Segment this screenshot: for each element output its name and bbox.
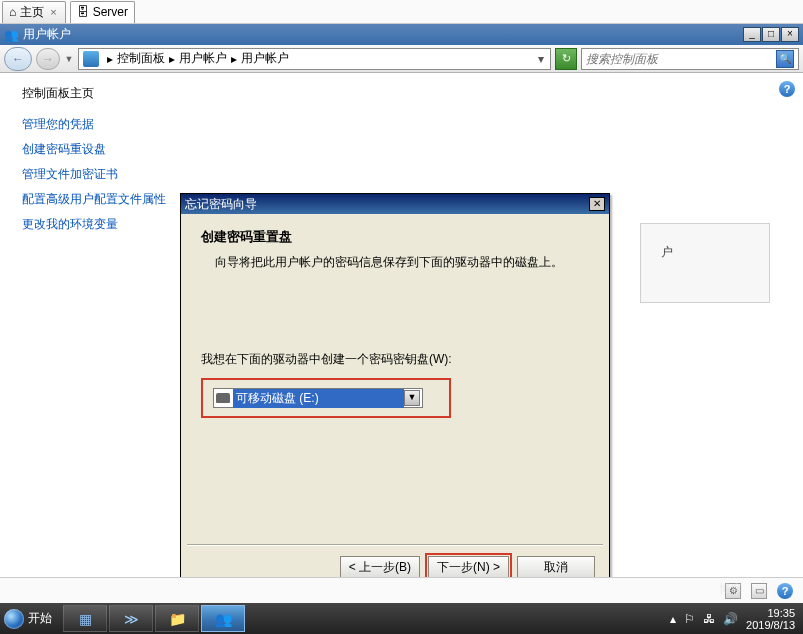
control-panel-icon xyxy=(83,51,99,67)
forgot-password-wizard: 忘记密码向导 ✕ 创建密码重置盘 向导将把此用户帐户的密码信息保存到下面的驱动器… xyxy=(180,193,610,593)
breadcrumb-user-accounts[interactable]: 用户帐户 xyxy=(241,50,289,67)
tray-volume-icon[interactable]: 🔊 xyxy=(723,612,738,626)
drive-combobox[interactable]: 可移动磁盘 (E:) ▼ xyxy=(213,388,423,408)
refresh-icon: ↻ xyxy=(562,52,571,65)
background-text-fragment: 户 xyxy=(641,224,769,281)
drive-combobox-value: 可移动磁盘 (E:) xyxy=(233,389,404,408)
help-icon[interactable]: ? xyxy=(779,81,795,97)
wizard-title-bar[interactable]: 忘记密码向导 ✕ xyxy=(181,194,609,214)
watermark-text: 博客 xyxy=(719,581,743,598)
server-icon: 🗄 xyxy=(77,5,89,19)
home-icon: ⌂ xyxy=(9,5,16,19)
search-button[interactable]: 🔍 xyxy=(776,50,794,68)
status-help-icon[interactable]: ? xyxy=(777,583,793,599)
bottom-status-bar: ⚙ ▭ ? xyxy=(0,577,803,603)
nav-history-dropdown[interactable]: ▼ xyxy=(64,48,74,70)
taskbar-item-server-manager[interactable]: ▦ xyxy=(63,605,107,632)
next-button[interactable]: 下一步(N) > xyxy=(428,556,509,578)
cancel-button[interactable]: 取消 xyxy=(517,556,595,578)
taskbar-item-powershell[interactable]: ≫ xyxy=(109,605,153,632)
wizard-heading: 创建密码重置盘 xyxy=(201,228,589,246)
server-manager-icon: ▦ xyxy=(79,611,92,627)
search-icon: 🔍 xyxy=(779,53,791,64)
tray-time: 19:35 xyxy=(746,607,795,619)
windows-logo-icon xyxy=(4,609,24,629)
tray-clock[interactable]: 19:35 2019/8/13 xyxy=(746,607,795,631)
close-icon: ✕ xyxy=(593,198,601,209)
nav-forward-button[interactable]: → xyxy=(36,48,60,70)
tray-show-hidden-icon[interactable]: ▴ xyxy=(670,612,676,626)
breadcrumb-control-panel[interactable]: 控制面板 xyxy=(117,50,165,67)
breadcrumb-separator: ▸ xyxy=(227,52,241,66)
sidebar-link-env-vars[interactable]: 更改我的环境变量 xyxy=(22,216,172,233)
sidebar-link-credentials[interactable]: 管理您的凭据 xyxy=(22,116,172,133)
tray-date: 2019/8/13 xyxy=(746,619,795,631)
breadcrumb-separator: ▸ xyxy=(103,52,117,66)
tray-flag-icon[interactable]: ⚐ xyxy=(684,612,695,626)
sidebar: 控制面板主页 管理您的凭据 创建密码重设盘 管理文件加密证书 配置高级用户配置文… xyxy=(22,85,172,241)
wizard-close-button[interactable]: ✕ xyxy=(589,197,605,211)
sidebar-link-password-disk[interactable]: 创建密码重设盘 xyxy=(22,141,172,158)
wizard-description: 向导将把此用户帐户的密码信息保存到下面的驱动器中的磁盘上。 xyxy=(215,254,589,271)
system-tray: ▴ ⚐ 🖧 🔊 19:35 2019/8/13 xyxy=(662,607,803,631)
status-monitor-icon[interactable]: ▭ xyxy=(751,583,767,599)
powershell-icon: ≫ xyxy=(124,611,139,627)
content-area: ? 控制面板主页 管理您的凭据 创建密码重设盘 管理文件加密证书 配置高级用户配… xyxy=(0,73,803,573)
tab-home-label: 主页 xyxy=(20,4,44,21)
back-button[interactable]: < 上一步(B) xyxy=(340,556,420,578)
tab-server-label: Server xyxy=(93,5,128,19)
sidebar-link-encryption-certs[interactable]: 管理文件加密证书 xyxy=(22,166,172,183)
breadcrumb-separator: ▸ xyxy=(165,52,179,66)
breadcrumb-user-accounts-category[interactable]: 用户帐户 xyxy=(179,50,227,67)
tab-home[interactable]: ⌂ 主页 × xyxy=(2,1,66,23)
nav-toolbar: ← → ▼ ▸ 控制面板 ▸ 用户帐户 ▸ 用户帐户 ▾ ↻ 🔍 xyxy=(0,45,803,73)
search-input[interactable] xyxy=(586,52,776,66)
refresh-button[interactable]: ↻ xyxy=(555,48,577,70)
removable-disk-icon xyxy=(216,393,230,403)
start-button[interactable]: 开始 xyxy=(0,603,62,634)
maximize-button[interactable]: □ xyxy=(762,27,780,42)
minimize-button[interactable]: _ xyxy=(743,27,761,42)
tab-server[interactable]: 🗄 Server xyxy=(70,1,135,23)
window-close-button[interactable]: × xyxy=(781,27,799,42)
start-label: 开始 xyxy=(28,610,52,627)
wizard-body: 创建密码重置盘 向导将把此用户帐户的密码信息保存到下面的驱动器中的磁盘上。 我想… xyxy=(181,214,609,544)
window-title-bar: 👥 用户帐户 _ □ × xyxy=(0,24,803,45)
users-panel-icon: 👥 xyxy=(215,611,232,627)
app-tab-bar: ⌂ 主页 × 🗄 Server xyxy=(0,0,803,24)
taskbar: 开始 ▦ ≫ 📁 👥 ▴ ⚐ 🖧 🔊 19:35 2019/8/13 xyxy=(0,603,803,634)
taskbar-item-user-accounts[interactable]: 👥 xyxy=(201,605,245,632)
sidebar-heading[interactable]: 控制面板主页 xyxy=(22,85,172,102)
forward-arrow-icon: → xyxy=(42,52,54,66)
close-icon[interactable]: × xyxy=(48,6,58,18)
tray-network-icon[interactable]: 🖧 xyxy=(703,612,715,626)
background-account-panel: 户 xyxy=(640,223,770,303)
drive-select-highlight: 可移动磁盘 (E:) ▼ xyxy=(201,378,451,418)
users-icon: 👥 xyxy=(4,28,19,42)
address-bar[interactable]: ▸ 控制面板 ▸ 用户帐户 ▸ 用户帐户 ▾ xyxy=(78,48,551,70)
window-title-text: 用户帐户 xyxy=(23,26,71,43)
address-dropdown-button[interactable]: ▾ xyxy=(536,52,546,66)
taskbar-item-explorer[interactable]: 📁 xyxy=(155,605,199,632)
wizard-title-text: 忘记密码向导 xyxy=(185,196,257,213)
chevron-down-icon[interactable]: ▼ xyxy=(404,390,420,406)
sidebar-link-advanced-profile[interactable]: 配置高级用户配置文件属性 xyxy=(22,191,172,208)
folder-icon: 📁 xyxy=(169,611,186,627)
drive-select-label: 我想在下面的驱动器中创建一个密码密钥盘(W): xyxy=(201,351,589,368)
search-box[interactable]: 🔍 xyxy=(581,48,799,70)
back-arrow-icon: ← xyxy=(12,52,24,66)
nav-back-button[interactable]: ← xyxy=(4,47,32,71)
